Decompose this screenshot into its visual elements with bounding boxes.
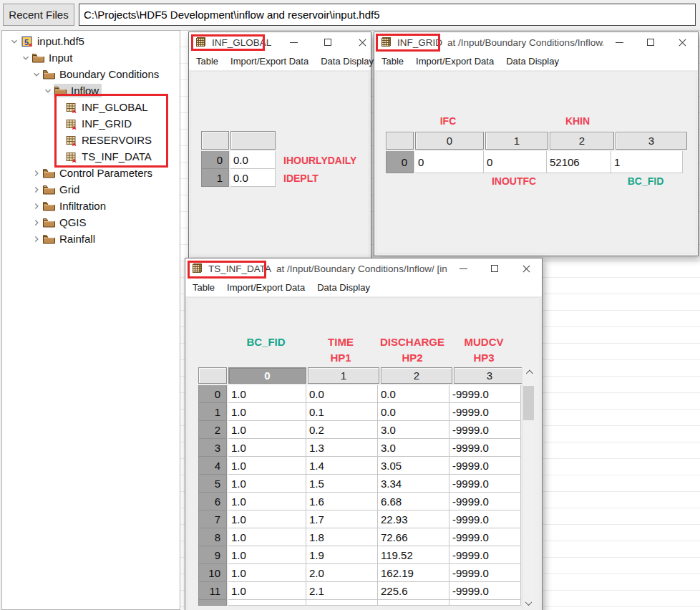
table-cell[interactable]: 1.0: [228, 528, 306, 546]
tree-item-infiltration[interactable]: Infiltration: [2, 198, 180, 214]
table-cell[interactable]: 3.34: [378, 475, 449, 493]
recent-files-button[interactable]: Recent Files: [3, 4, 74, 26]
close-button[interactable]: [666, 32, 698, 52]
table-cell[interactable]: -9999.0: [449, 421, 521, 439]
table-cell[interactable]: 119.52: [378, 546, 449, 564]
menu-item-table[interactable]: Table: [196, 56, 218, 67]
table-cell[interactable]: 0.0: [378, 403, 449, 421]
row-header-4[interactable]: 4: [198, 457, 227, 475]
tree-item-input-hdf5[interactable]: 5input.hdf5: [2, 33, 180, 49]
row-header-1[interactable]: 1: [201, 169, 229, 187]
tree-item-inflow[interactable]: Inflow: [2, 82, 180, 99]
chevron-collapsed-icon[interactable]: [30, 233, 42, 245]
close-button[interactable]: [510, 258, 542, 279]
table-cell[interactable]: -9999.0: [449, 564, 521, 582]
table-cell[interactable]: -9999.0: [449, 457, 521, 475]
table-cell[interactable]: 0.0: [230, 151, 276, 169]
column-header-blank[interactable]: [230, 131, 276, 150]
table-cell[interactable]: -9999.0: [449, 475, 521, 493]
menu-item-import-export-data[interactable]: Import/Export Data: [416, 56, 494, 67]
scroll-up-button[interactable]: [522, 367, 535, 379]
tree-item-control-parameters[interactable]: Control Parameters: [2, 165, 180, 181]
column-header-0[interactable]: 0: [415, 132, 484, 150]
menu-item-import-export-data[interactable]: Import/Export Data: [230, 56, 308, 67]
table-cell[interactable]: 0.0: [378, 385, 449, 403]
table-cell[interactable]: 6.68: [378, 493, 449, 510]
table-cell[interactable]: 1.0: [228, 546, 306, 564]
row-header-7[interactable]: 7: [198, 510, 227, 528]
row-header-1[interactable]: 1: [198, 403, 227, 421]
table-cell[interactable]: 2.1: [306, 582, 378, 600]
table-cell[interactable]: 1.0: [228, 385, 306, 403]
table-corner-header[interactable]: [386, 132, 414, 150]
menu-item-data-display[interactable]: Data Display: [317, 282, 370, 293]
chevron-expanded-icon[interactable]: [8, 36, 20, 47]
titlebar-inf-grid[interactable]: INF_GRID at /Input/Boundary Conditions/I…: [374, 32, 698, 52]
tree-item-reservoirs[interactable]: ARESERVOIRS: [2, 132, 180, 148]
table-cell[interactable]: -9999.0: [449, 510, 521, 528]
row-header-0[interactable]: 0: [201, 151, 229, 169]
row-header-2[interactable]: 2: [198, 421, 227, 439]
row-header-5[interactable]: 5: [198, 475, 227, 493]
menu-item-data-display[interactable]: Data Display: [321, 56, 374, 67]
titlebar-inf-global[interactable]: INF_GLOBAL ...: [189, 32, 371, 52]
row-header-10[interactable]: 10: [198, 564, 227, 582]
row-header-11[interactable]: 11: [198, 582, 227, 600]
table-corner-header[interactable]: [198, 367, 227, 384]
table-cell[interactable]: 1.0: [228, 475, 306, 493]
minimize-button[interactable]: [276, 32, 311, 52]
table-cell[interactable]: 3.0: [378, 421, 449, 439]
menu-item-table[interactable]: Table: [381, 56, 404, 67]
table-cell[interactable]: 1.0: [228, 510, 306, 528]
row-header-3[interactable]: 3: [198, 439, 227, 457]
table-cell[interactable]: 0.2: [306, 421, 378, 439]
scrollbar-thumb[interactable]: [523, 386, 534, 420]
table-cell[interactable]: 1.0: [228, 421, 306, 439]
table-cell[interactable]: 162.19: [378, 564, 449, 582]
table-cell[interactable]: 0.0: [306, 385, 378, 403]
table-cell[interactable]: 2.0: [306, 564, 378, 582]
chevron-collapsed-icon[interactable]: [30, 200, 42, 212]
table-cell[interactable]: 1.0: [228, 582, 306, 600]
tree-item-input[interactable]: Input: [2, 49, 180, 66]
maximize-button[interactable]: [635, 32, 666, 52]
table-cell[interactable]: 1.0: [228, 457, 306, 475]
menu-item-import-export-data[interactable]: Import/Export Data: [227, 282, 305, 293]
tree-item-inf-global[interactable]: AINF_GLOBAL: [2, 99, 180, 115]
table-corner-header[interactable]: [201, 131, 229, 150]
table-cell[interactable]: 72.66: [378, 528, 449, 546]
table-cell[interactable]: 3.0: [378, 439, 449, 457]
table-cell[interactable]: -9999.0: [449, 403, 521, 421]
column-header-0[interactable]: 0: [228, 367, 306, 384]
scroll-down-button[interactable]: [522, 597, 535, 609]
row-header-0[interactable]: 0: [198, 385, 227, 403]
menu-item-table[interactable]: Table: [193, 282, 215, 293]
row-header-0[interactable]: 0: [386, 151, 414, 173]
maximize-button[interactable]: [311, 32, 345, 52]
chevron-collapsed-icon[interactable]: [30, 168, 42, 179]
tree-item-ts-inf-data[interactable]: ATS_INF_DATA: [2, 148, 180, 165]
tree-item-grid[interactable]: Grid: [2, 181, 180, 198]
table-cell[interactable]: 1.9: [306, 546, 378, 564]
tree-item-rainfall[interactable]: Rainfall: [2, 231, 180, 247]
column-header-3[interactable]: 3: [616, 132, 687, 150]
maximize-button[interactable]: [479, 258, 510, 279]
table-cell[interactable]: 1.5: [306, 475, 378, 493]
table-cell[interactable]: 1.0: [228, 403, 306, 421]
file-path-input[interactable]: [79, 4, 696, 26]
column-header-2[interactable]: 2: [381, 367, 452, 384]
table-cell[interactable]: 1: [611, 151, 683, 173]
table-cell[interactable]: 1.6: [306, 493, 378, 510]
table-cell[interactable]: 1.0: [228, 439, 306, 457]
table-cell[interactable]: -9999.0: [449, 546, 521, 564]
table-cell[interactable]: 1.0: [228, 564, 306, 582]
minimize-button[interactable]: [603, 32, 635, 52]
table-cell[interactable]: 1.8: [306, 528, 378, 546]
table-cell[interactable]: 0: [484, 151, 547, 173]
table-cell[interactable]: 22.93: [378, 510, 449, 528]
table-cell[interactable]: -9999.0: [449, 528, 521, 546]
row-header-8[interactable]: 8: [198, 528, 227, 546]
table-cell[interactable]: 1.7: [306, 510, 378, 528]
chevron-expanded-icon[interactable]: [19, 52, 31, 64]
vertical-scrollbar[interactable]: [522, 367, 534, 609]
